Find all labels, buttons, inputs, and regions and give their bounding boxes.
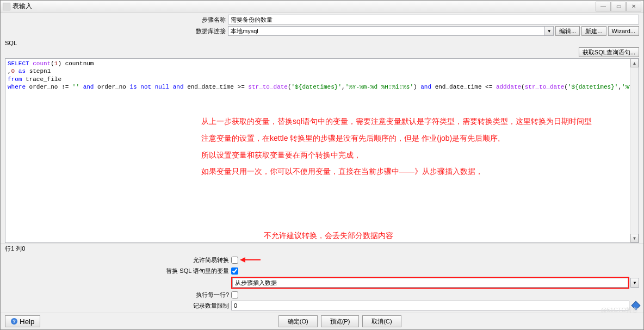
dialog-window: 表输入 — ▭ ✕ 步骤名称 数据库连接 ▼ 编辑... 新建... Wizar… — [0, 0, 644, 330]
highlight-box: 从步骤插入数据 — [231, 277, 629, 289]
limit-label: 记录数量限制 — [5, 302, 231, 310]
insert-from-step-label: 从步骤插入数据 — [235, 279, 277, 287]
help-icon: ? — [11, 318, 17, 325]
sql-editor[interactable]: SELECT count(1) countnum ,0 as stepn1 fr… — [5, 58, 639, 243]
minimize-button[interactable]: — — [596, 2, 611, 11]
cursor-position: 行1 列0 — [1, 243, 643, 254]
wizard-button[interactable]: Wizard... — [608, 26, 639, 36]
titlebar: 表输入 — ▭ ✕ — [1, 1, 643, 13]
replace-vars-checkbox[interactable] — [231, 267, 238, 275]
window-title: 表输入 — [13, 2, 32, 11]
vertical-scrollbar[interactable]: ▲ ▼ — [630, 59, 639, 242]
app-icon — [3, 3, 10, 10]
chevron-down-icon[interactable]: ▼ — [545, 26, 554, 36]
annotation-line: 不允许建议转换，会丢失部分数据内容 — [264, 227, 393, 243]
db-conn-label: 数据库连接 — [5, 27, 228, 35]
help-button[interactable]: ? Help — [5, 315, 40, 327]
header-fields: 步骤名称 数据库连接 ▼ 编辑... 新建... Wizard... — [1, 13, 643, 39]
step-name-label: 步骤名称 — [5, 16, 228, 24]
limit-input[interactable] — [231, 301, 629, 310]
scroll-up-icon[interactable]: ▲ — [630, 59, 639, 67]
lazy-conv-checkbox[interactable] — [231, 257, 238, 264]
preview-button[interactable]: 预览(P) — [321, 315, 360, 327]
dialog-footer: ? Help 确定(O) 预览(P) 取消(C) — [1, 313, 643, 329]
get-sql-button[interactable]: 获取SQL查询语句... — [579, 47, 639, 57]
sql-text[interactable]: SELECT count(1) countnum ,0 as stepn1 fr… — [5, 59, 639, 92]
insert-from-step-select[interactable] — [279, 279, 626, 286]
step-name-input[interactable] — [228, 15, 639, 24]
chevron-down-icon[interactable]: ▼ — [630, 278, 639, 288]
sql-section-label: SQL — [1, 39, 643, 47]
close-button[interactable]: ✕ — [626, 2, 641, 11]
maximize-button[interactable]: ▭ — [611, 2, 626, 11]
annotation-block-1: 从上一步获取的变量，替换sql语句中的变量，需要注意变量默认是字符类型，需要转换… — [201, 113, 592, 180]
options-panel: 允许简易转换 替换 SQL 语句里的变量 从步骤插入数据 ▼ 执行每一行? — [1, 254, 643, 313]
scroll-down-icon[interactable]: ▼ — [630, 234, 639, 242]
annotation-line: 如果变量只用一次，你可以不使用变量，直接在当前步骤中——》从步骤插入数据， — [201, 163, 592, 180]
cancel-button[interactable]: 取消(C) — [362, 315, 401, 327]
ok-button[interactable]: 确定(O) — [278, 315, 318, 327]
annotation-line: 所以设置变量和获取变量要在两个转换中完成， — [201, 147, 592, 164]
replace-vars-label: 替换 SQL 语句里的变量 — [5, 267, 231, 275]
help-label: Help — [20, 317, 34, 326]
db-conn-select[interactable] — [228, 26, 545, 36]
new-conn-button[interactable]: 新建... — [581, 26, 606, 36]
arrow-icon — [240, 256, 262, 264]
annotation-line: 从上一步获取的变量，替换sql语句中的变量，需要注意变量默认是字符类型，需要转换… — [201, 113, 592, 130]
edit-conn-button[interactable]: 编辑... — [555, 26, 580, 36]
exec-each-row-label: 执行每一行? — [5, 291, 231, 299]
svg-marker-1 — [240, 257, 245, 263]
exec-each-row-checkbox[interactable] — [231, 291, 238, 298]
window-controls: — ▭ ✕ — [596, 2, 641, 11]
lazy-conv-label: 允许简易转换 — [5, 256, 231, 264]
annotation-block-2: 不允许建议转换，会丢失部分数据内容 执行每一行可用可不用，都会执行 — [264, 227, 393, 243]
watermark: @51CTO博客 — [601, 306, 638, 314]
annotation-line: 注意变量的设置，在kettle 转换里的步骤是没有先后顺序的，但是 作业(job… — [201, 130, 592, 147]
